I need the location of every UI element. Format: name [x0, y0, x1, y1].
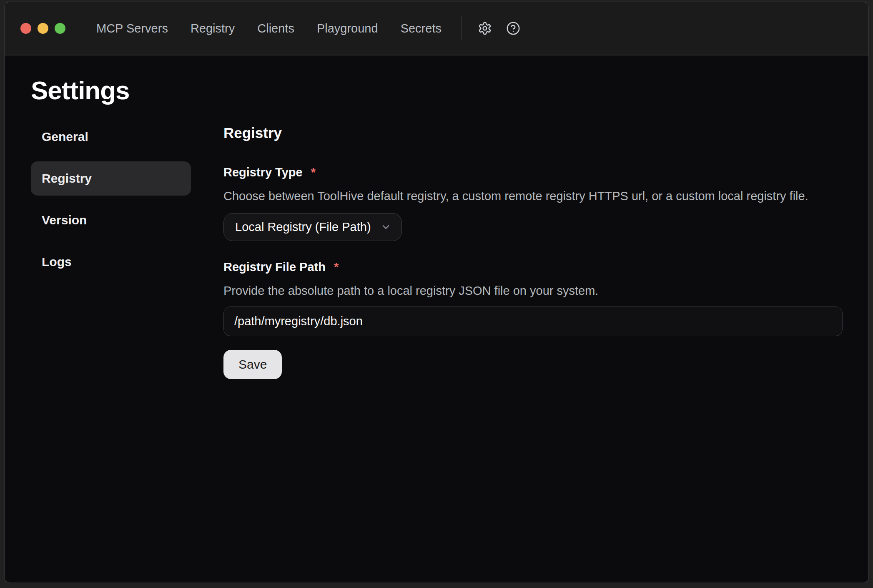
nav-item-mcp-servers[interactable]: MCP Servers [95, 19, 169, 38]
title-bar: MCP Servers Registry Clients Playground … [5, 2, 868, 55]
registry-file-path-label: Registry File Path [223, 260, 326, 274]
settings-page: Settings General Registry Version Logs R… [5, 55, 868, 379]
sidebar-item-registry[interactable]: Registry [31, 161, 191, 196]
minimize-window-button[interactable] [38, 23, 48, 34]
registry-settings-panel: Registry Registry Type * Choose between … [223, 120, 843, 379]
registry-type-selected-value: Local Registry (File Path) [235, 220, 371, 234]
topbar-divider [462, 16, 462, 40]
nav-item-playground[interactable]: Playground [316, 19, 379, 38]
sidebar-item-version[interactable]: Version [31, 203, 191, 237]
top-navigation: MCP Servers Registry Clients Playground … [95, 19, 442, 38]
help-icon[interactable] [505, 20, 521, 36]
nav-item-secrets[interactable]: Secrets [400, 19, 442, 38]
window-controls [20, 23, 65, 34]
app-window: MCP Servers Registry Clients Playground … [4, 2, 869, 583]
nav-item-registry[interactable]: Registry [190, 19, 236, 38]
topbar-icons [477, 20, 521, 36]
chevron-down-icon [380, 221, 391, 233]
close-window-button[interactable] [20, 23, 31, 34]
settings-gear-icon[interactable] [477, 20, 493, 36]
registry-type-label: Registry Type [223, 166, 303, 179]
required-asterisk: * [334, 260, 339, 274]
zoom-window-button[interactable] [55, 23, 65, 34]
sidebar-item-logs[interactable]: Logs [31, 245, 191, 279]
required-asterisk: * [311, 166, 316, 179]
section-heading: Registry [223, 125, 843, 141]
sidebar-item-general[interactable]: General [31, 120, 191, 154]
save-button[interactable]: Save [223, 350, 282, 379]
registry-file-path-description: Provide the absolute path to a local reg… [223, 284, 843, 297]
registry-type-select[interactable]: Local Registry (File Path) [223, 213, 402, 241]
registry-type-description: Choose between ToolHive default registry… [223, 189, 843, 203]
settings-sidebar: General Registry Version Logs [31, 120, 191, 279]
page-title: Settings [31, 75, 843, 106]
nav-item-clients[interactable]: Clients [256, 19, 295, 38]
registry-file-path-input[interactable] [223, 307, 843, 336]
